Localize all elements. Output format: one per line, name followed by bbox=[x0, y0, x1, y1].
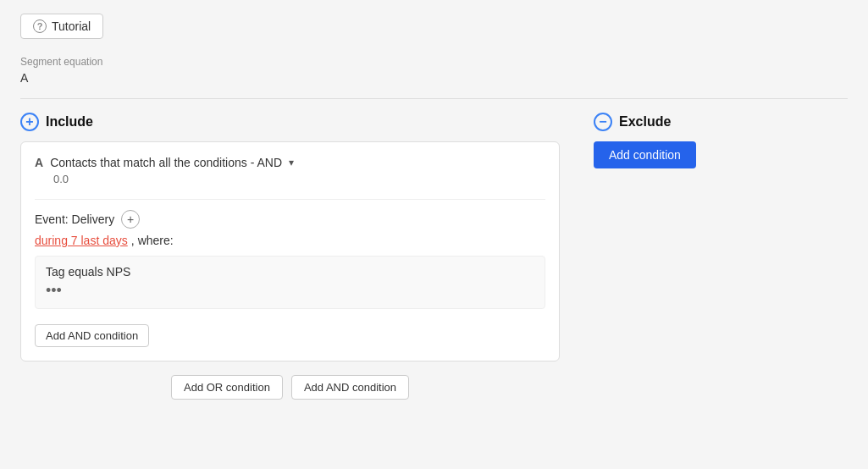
dropdown-icon[interactable]: ▾ bbox=[289, 157, 294, 168]
add-and-inner-button[interactable]: Add AND condition bbox=[35, 324, 149, 347]
add-and-inner-label: Add AND condition bbox=[46, 329, 138, 342]
segment-equation: A bbox=[20, 71, 848, 85]
exclude-header: − Exclude bbox=[594, 113, 848, 131]
conditions-box: A Contacts that match all the conditions… bbox=[20, 141, 560, 361]
conditions-value: 0.0 bbox=[35, 173, 545, 185]
condition-item: Tag equals NPS ••• bbox=[35, 256, 545, 309]
event-row: Event: Delivery + bbox=[35, 210, 545, 229]
page: ? Tutorial Segment equation A + Include … bbox=[0, 0, 868, 469]
event-label: Event: Delivery bbox=[35, 212, 114, 226]
divider bbox=[35, 199, 545, 200]
exclude-title: Exclude bbox=[619, 114, 671, 130]
add-and-label: Add AND condition bbox=[304, 381, 396, 394]
add-or-label: Add OR condition bbox=[184, 381, 270, 394]
conditions-header: A Contacts that match all the conditions… bbox=[35, 156, 545, 169]
tutorial-label: Tutorial bbox=[52, 19, 91, 33]
add-condition-button[interactable]: Add condition bbox=[594, 141, 696, 168]
condition-dots-menu[interactable]: ••• bbox=[46, 282, 534, 300]
bottom-buttons: Add OR condition Add AND condition bbox=[20, 375, 560, 400]
help-icon: ? bbox=[33, 19, 47, 33]
condition-text: Tag equals NPS bbox=[46, 265, 534, 279]
conditions-desc: Contacts that match all the conditions -… bbox=[50, 156, 282, 169]
include-title: Include bbox=[46, 114, 93, 130]
tutorial-button[interactable]: ? Tutorial bbox=[20, 14, 103, 39]
main-content: + Include A Contacts that match all the … bbox=[20, 113, 848, 400]
include-header: + Include bbox=[20, 113, 560, 131]
comma: , bbox=[131, 234, 135, 247]
add-or-condition-button[interactable]: Add OR condition bbox=[171, 375, 283, 400]
exclude-icon: − bbox=[594, 113, 612, 131]
include-icon: + bbox=[20, 113, 39, 131]
add-condition-label: Add condition bbox=[609, 148, 681, 162]
where-label: where: bbox=[138, 234, 174, 247]
conditions-letter: A bbox=[35, 156, 43, 169]
exclude-section: − Exclude Add condition bbox=[594, 113, 848, 168]
segment-section: Segment equation A bbox=[20, 56, 848, 99]
time-period[interactable]: during 7 last days bbox=[35, 234, 128, 247]
top-bar: ? Tutorial bbox=[20, 14, 848, 39]
add-and-condition-button[interactable]: Add AND condition bbox=[291, 375, 409, 400]
segment-label: Segment equation bbox=[20, 56, 848, 68]
add-event-button[interactable]: + bbox=[121, 210, 140, 229]
include-section: + Include A Contacts that match all the … bbox=[20, 113, 560, 400]
